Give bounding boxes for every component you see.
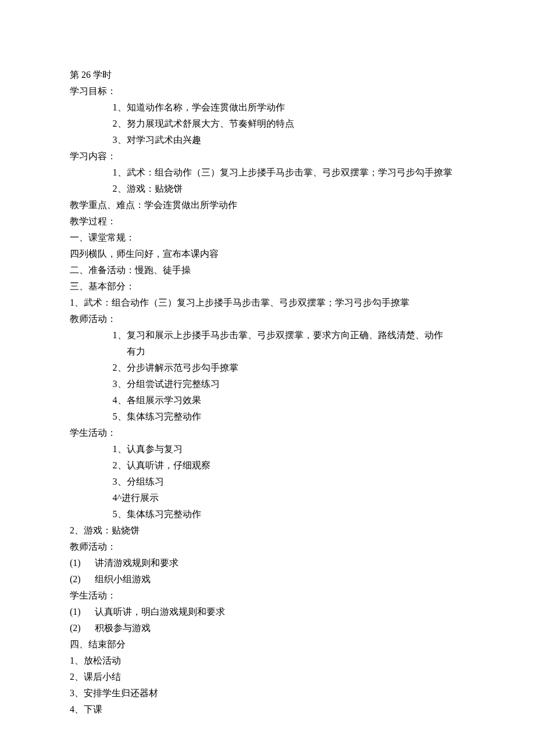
document-page: 第 26 学时 学习目标： 1、知道动作名称，学会连贯做出所学动作 2、努力展现… bbox=[0, 0, 535, 756]
section4-item: 3、安排学生归还器材 bbox=[70, 685, 465, 701]
section3-item1-title: 1、武术：组合动作（三）复习上步搂手马步击掌、弓步双摆掌；学习弓步勾手撩掌 bbox=[70, 295, 465, 311]
goal-item: 3、对学习武术由兴趣 bbox=[70, 132, 465, 148]
teacher-activity-item: 5、集体练习完整动作 bbox=[70, 409, 465, 425]
teacher-activity-item-cont: 有力 bbox=[70, 343, 465, 360]
section1-title: 一、课堂常规： bbox=[70, 230, 465, 246]
student-activity-item: 4^进行展示 bbox=[70, 490, 465, 506]
section3-item2-title: 2、游戏：贴烧饼 bbox=[70, 522, 465, 539]
student-activity-item: 5、集体练习完整动作 bbox=[70, 506, 465, 522]
teacher-activity-label-2: 教师活动： bbox=[70, 539, 465, 555]
goal-item: 2、努力展现武术舒展大方、节奏鲜明的特点 bbox=[70, 116, 465, 132]
lesson-number: 第 26 学时 bbox=[70, 67, 465, 83]
content-item: 1、武术：组合动作（三）复习上步搂手马步击掌、弓步双摆掌；学习弓步勾手撩掌 bbox=[70, 164, 465, 181]
section1-line: 四列横队，师生问好，宣布本课内容 bbox=[70, 246, 465, 262]
teacher-activity2-item: (1) 讲清游戏规则和要求 bbox=[70, 555, 465, 571]
teacher-activity-label: 教师活动： bbox=[70, 311, 465, 327]
student-activity2-item: (2) 积极参与游戏 bbox=[70, 620, 465, 636]
teacher-activity-item: 2、分步讲解示范弓步勾手撩掌 bbox=[70, 360, 465, 376]
section4-title: 四、结束部分 bbox=[70, 636, 465, 653]
section4-item: 4、下课 bbox=[70, 701, 465, 718]
keypoint: 教学重点、难点：学会连贯做出所学动作 bbox=[70, 197, 465, 213]
goals-label: 学习目标： bbox=[70, 83, 465, 99]
content-item: 2、游戏：贴烧饼 bbox=[70, 181, 465, 197]
student-activity2-item: (1) 认真听讲，明白游戏规则和要求 bbox=[70, 604, 465, 620]
student-activity-label-2: 学生活动： bbox=[70, 587, 465, 604]
teacher-activity-item: 1、复习和展示上步搂手马步击掌、弓步双摆掌，要求方向正确、路线清楚、动作 bbox=[70, 327, 465, 343]
student-activity-item: 3、分组练习 bbox=[70, 474, 465, 490]
student-activity-label: 学生活动： bbox=[70, 425, 465, 441]
teacher-activity-item: 3、分组尝试进行完整练习 bbox=[70, 376, 465, 392]
teacher-activity2-item: (2) 组织小组游戏 bbox=[70, 571, 465, 587]
section2-title: 二、准备活动：慢跑、徒手操 bbox=[70, 262, 465, 278]
section4-item: 2、课后小结 bbox=[70, 669, 465, 685]
student-activity-item: 2、认真听讲，仔细观察 bbox=[70, 457, 465, 474]
student-activity-item: 1、认真参与复习 bbox=[70, 441, 465, 457]
goal-item: 1、知道动作名称，学会连贯做出所学动作 bbox=[70, 99, 465, 116]
teacher-activity-item: 4、各组展示学习效果 bbox=[70, 392, 465, 409]
section4-item: 1、放松活动 bbox=[70, 653, 465, 669]
section3-title: 三、基本部分： bbox=[70, 278, 465, 295]
content-label: 学习内容： bbox=[70, 148, 465, 164]
process-label: 教学过程： bbox=[70, 213, 465, 230]
